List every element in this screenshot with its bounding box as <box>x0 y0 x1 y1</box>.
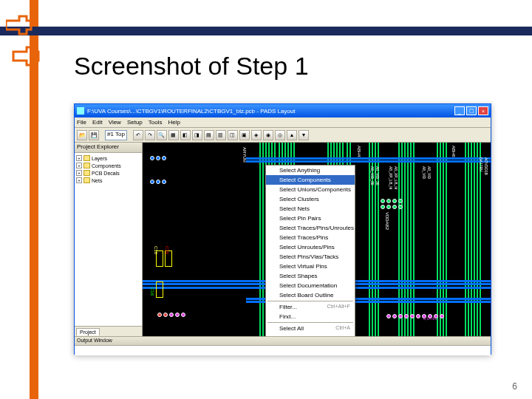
ctx-item-label: Select Pins/Vias/Tacks <box>279 253 338 260</box>
ctx-item[interactable]: Filter...Ctrl+Alt+F <box>266 302 355 312</box>
ctx-item[interactable]: Select Documentation <box>266 281 355 290</box>
ctx-item-label: Select Unions/Components <box>279 186 351 193</box>
menu-tools[interactable]: Tools <box>149 119 163 126</box>
pad-group[interactable] <box>157 313 185 317</box>
tool-save-icon[interactable]: 💾 <box>89 130 99 140</box>
tool-generic-icon[interactable]: ▤ <box>204 130 214 140</box>
project-explorer: Project Explorer + Layers + Components +… <box>75 143 143 336</box>
pin-label: A8_XP_LB_M <box>394 166 398 189</box>
ctx-item-label: Select Shapes <box>279 273 318 279</box>
tool-generic-icon[interactable]: ◉ <box>263 130 273 140</box>
ref-designator: ARYUH <box>242 147 247 163</box>
expand-icon[interactable]: + <box>76 177 82 183</box>
ctx-item-label: Select Documentation <box>279 282 337 289</box>
layer-select[interactable]: #1 Top <box>105 130 127 140</box>
tool-generic-icon[interactable]: ▲ <box>287 130 297 140</box>
ctx-item[interactable]: Select Traces/Pins/Unroutes <box>266 223 355 233</box>
pad-group[interactable] <box>150 156 166 160</box>
folder-icon <box>83 155 90 161</box>
ctx-item[interactable]: Select Pins/Vias/Tacks <box>266 252 355 262</box>
expand-icon[interactable]: + <box>76 170 82 176</box>
tree-item-layers[interactable]: + Layers <box>76 154 140 162</box>
ctx-item-label: Select Dangling Routes <box>279 335 341 336</box>
close-button[interactable]: × <box>478 106 488 115</box>
ctx-item-label: Filter... <box>279 304 297 310</box>
ctx-item[interactable]: Select Clusters <box>266 194 355 204</box>
app-icon <box>77 107 84 115</box>
ctx-item[interactable]: Select AllCtrl+A <box>266 324 355 333</box>
folder-icon <box>83 170 90 176</box>
ctx-item-label: Select Unroutes/Pins <box>279 244 335 250</box>
tab-project[interactable]: Project <box>76 328 100 335</box>
menu-help[interactable]: Help <box>168 119 180 126</box>
menu-view[interactable]: View <box>109 119 121 126</box>
folder-icon <box>83 163 90 168</box>
project-tree[interactable]: + Layers + Components + PCB Decals + <box>75 153 142 326</box>
ctx-item[interactable]: Select Components <box>266 175 355 185</box>
menu-setup[interactable]: Setup <box>127 119 143 126</box>
titlebar[interactable]: F:\UVA Courses\...\CTBGV1\ROUTERFINAL2\C… <box>75 104 491 117</box>
tool-generic-icon[interactable]: ◎ <box>275 130 285 140</box>
menu-file[interactable]: File <box>77 119 86 126</box>
ctx-item[interactable]: Select Pin Pairs <box>266 214 355 223</box>
ctx-item-label: Select Board Outline <box>279 292 333 299</box>
pcb-canvas[interactable]: ARYUH ABH4 ABH6 VDDAB3 VDDAB2 C18 C16 C3… <box>143 143 491 336</box>
maximize-button[interactable]: ▢ <box>466 106 477 115</box>
ctx-item-label: Select Anything <box>279 167 320 174</box>
ctx-item-label: Select Clusters <box>279 196 319 202</box>
expand-icon[interactable]: + <box>76 163 82 168</box>
toolbar: 📂 💾 #1 Top ↶ ↷ 🔍 ▦ ◧ ◨ ▤ ▥ ◫ ▣ ◈ ◉ ◎ ▲ ▼ <box>75 128 491 143</box>
pin-label: AOVDD1B <box>484 157 488 175</box>
pin-label: DA17RV <box>479 157 483 171</box>
ctx-item-label: Select Virtual Pins <box>279 263 327 270</box>
pin-label: A8_VID <box>422 166 426 179</box>
project-explorer-header: Project Explorer <box>75 143 142 153</box>
ctx-item-label: Select Pin Pairs <box>279 215 321 222</box>
tool-generic-icon[interactable]: ▦ <box>168 130 179 140</box>
tree-label: Components <box>92 163 121 168</box>
ctx-item[interactable]: Select Virtual Pins <box>266 262 355 271</box>
tool-redo-icon[interactable]: ↷ <box>145 130 155 140</box>
tool-generic-icon[interactable]: ◨ <box>192 130 202 140</box>
pad-group[interactable] <box>381 199 403 203</box>
ctx-item[interactable]: Select Anything <box>266 166 355 175</box>
tool-generic-icon[interactable]: ▣ <box>239 130 250 140</box>
ctx-item[interactable]: Select Board Outline <box>266 290 355 300</box>
pad-group[interactable] <box>381 205 403 209</box>
tool-generic-icon[interactable]: ▥ <box>216 130 226 140</box>
ctx-item-label: Select Nets <box>279 205 310 212</box>
pin-label: A8_VID_38 <box>375 166 380 185</box>
pad-group[interactable] <box>150 180 166 184</box>
ctx-item[interactable]: Select Dangling Routes <box>266 333 355 336</box>
ctx-item[interactable]: Select Unions/Components <box>266 185 355 194</box>
tool-undo-icon[interactable]: ↶ <box>133 130 143 140</box>
folder-icon <box>83 177 90 183</box>
decorative-connector-icon <box>6 15 50 70</box>
ctx-item-label: Select All <box>279 325 304 332</box>
ctx-item[interactable]: Select Shapes <box>266 271 355 281</box>
menu-edit[interactable]: Edit <box>92 119 103 126</box>
tool-generic-icon[interactable]: ▼ <box>299 130 309 140</box>
tree-item-decals[interactable]: + PCB Decals <box>76 169 140 177</box>
tree-item-components[interactable]: + Components <box>76 162 140 169</box>
ctx-item[interactable]: Select Nets <box>266 204 355 214</box>
ctx-item[interactable]: Find... <box>266 312 355 321</box>
ctx-item[interactable]: Select Unroutes/Pins <box>266 242 355 252</box>
tool-generic-icon[interactable]: ◫ <box>228 130 238 140</box>
work-area: Project Explorer + Layers + Components +… <box>75 143 491 336</box>
tool-open-icon[interactable]: 📂 <box>77 130 87 140</box>
tool-generic-icon[interactable]: ◧ <box>180 130 191 140</box>
tree-item-nets[interactable]: + Nets <box>76 177 140 184</box>
output-window: Output Window <box>75 336 491 355</box>
ctx-item[interactable]: Select Traces/Pins <box>266 233 355 242</box>
ref-designator: C16 <box>150 287 154 296</box>
pin-label: A8_VID_36 <box>370 166 375 185</box>
page-number: 6 <box>512 381 517 392</box>
expand-icon[interactable]: + <box>76 155 82 161</box>
tool-generic-icon[interactable]: ◈ <box>251 130 262 140</box>
sidebar-tabs: Project <box>75 326 142 336</box>
ref-designator: C18 <box>154 246 158 254</box>
minimize-button[interactable]: _ <box>454 106 465 115</box>
tool-zoom-icon[interactable]: 🔍 <box>157 130 167 140</box>
coord-label: 0,0.NC <box>423 316 437 321</box>
